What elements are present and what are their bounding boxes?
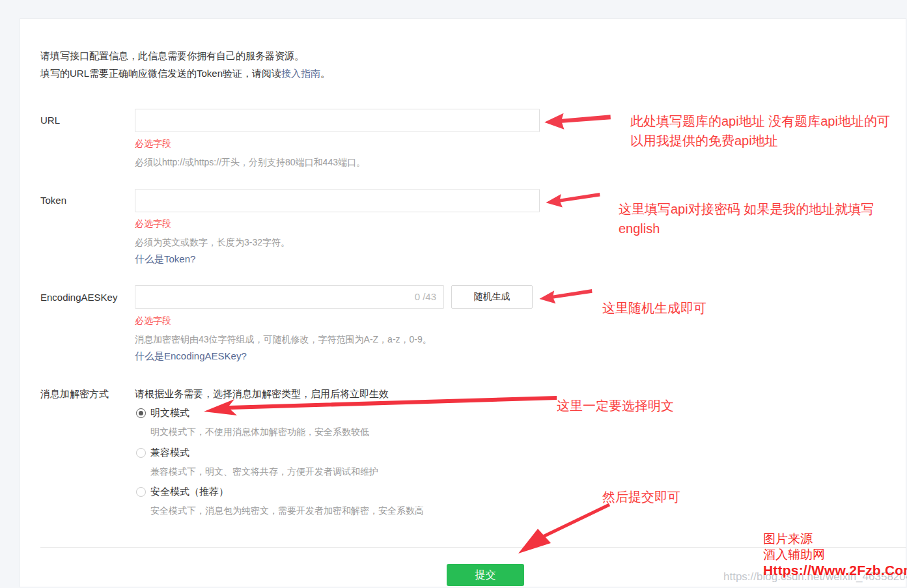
arrow-left-url-icon (544, 110, 611, 131)
radio-unselected-icon (136, 487, 146, 497)
aeskey-input-wrap: 0 /43 (135, 285, 444, 309)
radio-plaintext-label: 明文模式 (150, 407, 189, 419)
crypto-mode-label: 消息加解密方式 (40, 388, 109, 400)
radio-secure-mode[interactable]: 安全模式（推荐） (136, 486, 229, 498)
url-hint: 必须以http://或https://开头，分别支持80端口和443端口。 (135, 157, 365, 169)
aeskey-label: EncodingAESKey (40, 292, 117, 303)
what-is-aeskey-link[interactable]: 什么是EncodingAESKey? (135, 350, 247, 363)
aeskey-required: 必选字段 (135, 315, 171, 327)
radio-selected-icon (136, 408, 146, 418)
annotation-token-note: 这里填写api对接密码 如果是我的地址就填写 english (619, 199, 874, 238)
aeskey-hint: 消息加密密钥由43位字符组成，可随机修改，字符范围为A-Z，a-z，0-9。 (135, 334, 432, 346)
annotation-mode-note: 这里一定要选择明文 (557, 396, 674, 415)
random-generate-button[interactable]: 随机生成 (451, 285, 533, 309)
annotation-submit-note: 然后提交即可 (602, 487, 680, 507)
compat-mode-desc: 兼容模式下，明文、密文将共存，方便开发者调试和维护 (150, 466, 378, 478)
access-guide-link[interactable]: 接入指南 (281, 68, 320, 79)
radio-compat-label: 兼容模式 (150, 447, 189, 459)
secure-mode-desc: 安全模式下，消息包为纯密文，需要开发者加密和解密，安全系数高 (150, 505, 424, 517)
submit-button[interactable]: 提交 (447, 564, 524, 586)
radio-secure-label: 安全模式（推荐） (150, 486, 229, 498)
annotation-url-note: 此处填写题库的api地址 没有题库api地址的可 以用我提供的免费api地址 (630, 111, 890, 150)
radio-compat-mode[interactable]: 兼容模式 (136, 447, 189, 459)
arrow-left-mode-icon (204, 396, 557, 417)
url-required: 必选字段 (135, 138, 171, 150)
radio-unselected-icon (136, 448, 146, 458)
source-site-url: Https://Www.2Fzb.Com (763, 563, 907, 578)
intro-text: 请填写接口配置信息，此信息需要你拥有自己的服务器资源。 填写的URL需要正确响应… (40, 47, 330, 82)
url-label: URL (40, 115, 60, 126)
aeskey-input[interactable] (135, 285, 444, 309)
url-input[interactable] (135, 109, 540, 132)
intro-line1: 请填写接口配置信息，此信息需要你拥有自己的服务器资源。 (40, 47, 330, 64)
token-label: Token (40, 195, 66, 206)
plaintext-mode-desc: 明文模式下，不使用消息体加解密功能，安全系数较低 (150, 427, 369, 438)
arrow-down-submit-icon (513, 503, 612, 555)
aeskey-counter: 0 /43 (415, 291, 436, 302)
token-hint: 必须为英文或数字，长度为3-32字符。 (135, 237, 290, 249)
image-source-credit: 图片来源 酒入辅助网 Https://Www.2Fzb.Com (763, 531, 907, 578)
annotation-aeskey-note: 这里随机生成即可 (602, 298, 706, 318)
what-is-token-link[interactable]: 什么是Token? (135, 253, 195, 266)
token-input[interactable] (135, 189, 540, 212)
token-required: 必选字段 (135, 218, 171, 230)
radio-plaintext-mode[interactable]: 明文模式 (136, 407, 189, 419)
intro-line2: 填写的URL需要正确响应微信发送的Token验证，请阅读接入指南。 (40, 64, 330, 82)
